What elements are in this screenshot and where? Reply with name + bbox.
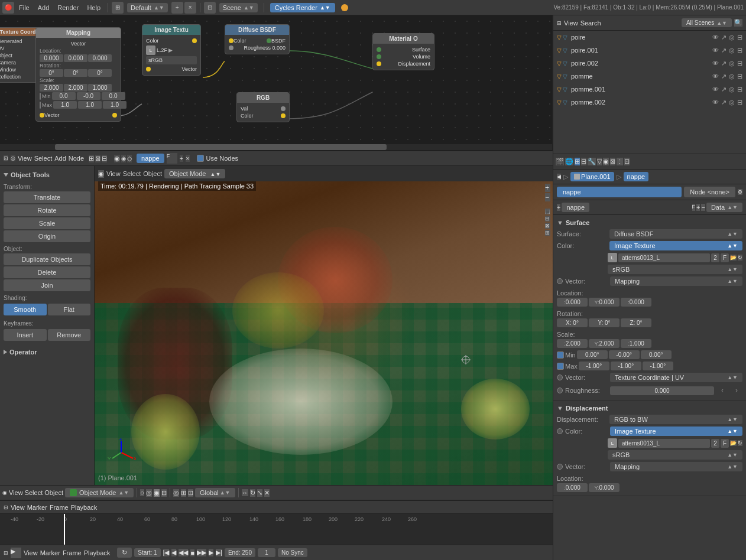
pomme001-render-icon[interactable]: ◎ bbox=[729, 86, 735, 93]
min-x-input[interactable]: 0.00° bbox=[577, 350, 608, 359]
pb-step-fwd[interactable]: ▶ bbox=[209, 549, 213, 556]
max-x-input[interactable]: -1.00° bbox=[579, 362, 609, 370]
pb-icon[interactable]: ⊟ bbox=[4, 550, 8, 556]
vp-mode-selector[interactable]: Object Mode ▲▼ bbox=[65, 488, 134, 497]
props-texture-icon[interactable]: ⊠ bbox=[610, 158, 615, 165]
poire001-render-icon[interactable]: ◎ bbox=[729, 47, 735, 54]
object-tools-title[interactable]: Object Tools bbox=[4, 170, 90, 180]
vp-global-selector[interactable]: Global ▲▼ bbox=[195, 488, 235, 497]
pb-step-back[interactable]: ◀ bbox=[171, 549, 176, 556]
end-frame-input[interactable]: End: 250 bbox=[225, 548, 255, 557]
viewport-header-icon[interactable]: ◉ bbox=[98, 170, 104, 178]
material-output-node[interactable]: Material O Surface Volume Displacement bbox=[372, 33, 434, 70]
props-material-icon[interactable]: ◉ bbox=[603, 158, 609, 165]
poire-cursor-icon[interactable]: ↗ bbox=[721, 34, 726, 41]
poire002-eye-icon[interactable]: 👁 bbox=[712, 60, 719, 67]
disp-vector-dropdown[interactable]: Mapping ▲▼ bbox=[610, 462, 742, 471]
props-add-icon[interactable]: + bbox=[557, 204, 560, 211]
ne-view-icon[interactable]: ⊞ bbox=[89, 155, 94, 162]
vp-proportional-icon[interactable]: ⊡ bbox=[188, 489, 193, 497]
pb-stop[interactable]: ■ bbox=[190, 549, 194, 556]
poire001-cursor-icon[interactable]: ↗ bbox=[721, 47, 726, 54]
pb-play-fwd[interactable]: ▶▶ bbox=[197, 549, 206, 556]
loc-y-input[interactable]: Y:0.000 bbox=[589, 298, 619, 307]
nappe-breadcrumb[interactable]: nappe bbox=[624, 172, 649, 181]
tl-frame-menu[interactable]: Frame bbox=[50, 504, 69, 511]
roughness-prev-icon[interactable]: ‹ bbox=[716, 385, 728, 396]
render-menu[interactable]: Render bbox=[54, 3, 82, 12]
origin-btn[interactable]: Origin bbox=[4, 230, 90, 242]
view-menu[interactable]: View bbox=[106, 170, 121, 177]
props-data-icon[interactable]: ▽ bbox=[597, 158, 602, 165]
rotate-btn[interactable]: Rotate bbox=[4, 204, 90, 216]
poire002-restrict-icon[interactable]: ⊟ bbox=[737, 60, 742, 67]
disp-colorspace-dropdown[interactable]: sRGB ▲▼ bbox=[608, 450, 742, 460]
delete-btn[interactable]: Delete bbox=[4, 266, 90, 278]
add-menu[interactable]: Add bbox=[34, 3, 53, 12]
disp-file-open-icon[interactable]: 📂 bbox=[730, 440, 737, 446]
smooth-btn[interactable]: Smooth bbox=[4, 304, 47, 315]
vp-select-tool-icon[interactable]: ✕ bbox=[264, 489, 270, 497]
min-z-input[interactable]: 0.00° bbox=[641, 350, 672, 359]
scale-btn[interactable]: Scale bbox=[4, 217, 90, 229]
disp-dropdown[interactable]: RGB to BW ▲▼ bbox=[609, 415, 742, 424]
disp-file-reload-icon[interactable]: ↻ bbox=[738, 440, 742, 446]
pomme002-cursor-icon[interactable]: ↗ bbox=[721, 99, 726, 106]
vector2-dropdown[interactable]: Texture Coordinate | UV ▲▼ bbox=[610, 373, 742, 382]
pb-playback-menu[interactable]: Playback bbox=[84, 549, 111, 556]
props-physics-icon[interactable]: ⊡ bbox=[624, 158, 630, 165]
color-dropdown[interactable]: Image Texture ▲▼ bbox=[609, 241, 742, 250]
pomme-restrict-icon[interactable]: ⊟ bbox=[737, 73, 742, 80]
pb-next-key[interactable]: ▶| bbox=[216, 549, 222, 556]
displacement-section-header[interactable]: ▼ Displacement bbox=[557, 403, 742, 414]
pomme-cursor-icon[interactable]: ↗ bbox=[721, 73, 726, 80]
vp-object-menu[interactable]: Object bbox=[44, 489, 63, 496]
max-z-input[interactable]: -1.00° bbox=[643, 362, 673, 370]
ne-comp-icon[interactable]: ◈ bbox=[121, 155, 126, 162]
props-object-icon[interactable]: ⊞ bbox=[575, 158, 580, 165]
outliner-item-poire001[interactable]: ▽ ▽ poire.001 👁 ↗ ◎ ⊟ bbox=[553, 44, 746, 57]
pomme002-render-icon[interactable]: ◎ bbox=[729, 99, 735, 106]
props-particles-icon[interactable]: ⋮ bbox=[617, 158, 623, 165]
ne-tex-icon[interactable]: ◇ bbox=[127, 155, 132, 162]
surface-dropdown[interactable]: Diffuse BSDF ▲▼ bbox=[609, 229, 742, 239]
outliner-view-btn[interactable]: View bbox=[564, 19, 578, 27]
ne-remove-mat-icon[interactable]: × bbox=[186, 155, 189, 162]
pomme001-cursor-icon[interactable]: ↗ bbox=[721, 86, 726, 93]
data-selector[interactable]: Data ▲▼ bbox=[706, 203, 742, 212]
rgb-curves-node[interactable]: RGB Val Color bbox=[236, 92, 290, 122]
translate-btn[interactable]: Translate bbox=[4, 191, 90, 203]
disp-file-icon[interactable]: L bbox=[608, 438, 617, 448]
file-name-field[interactable]: atterns0013_L bbox=[618, 253, 710, 262]
pb-cursor-icon[interactable]: ↻ bbox=[117, 548, 132, 558]
image-texture-node[interactable]: Image Textu Color L L.2F ▶ sRGB Vector bbox=[142, 24, 201, 76]
pb-prev-key[interactable]: |◀ bbox=[163, 549, 170, 556]
poire-eye-icon[interactable]: 👁 bbox=[712, 34, 719, 41]
view-top-icon[interactable]: ⊟ bbox=[545, 216, 550, 222]
vp-select-menu[interactable]: Select bbox=[25, 489, 43, 496]
pomme002-eye-icon[interactable]: 👁 bbox=[712, 99, 719, 106]
file-f-btn[interactable]: F bbox=[721, 253, 729, 262]
roughness-input[interactable]: 0.000 bbox=[610, 386, 714, 395]
vp-snap-icon[interactable]: ⊞ bbox=[181, 489, 186, 497]
add-workspace-icon[interactable]: + bbox=[171, 2, 183, 14]
disp-color-dropdown[interactable]: Image Texture ▲▼ bbox=[610, 426, 742, 436]
colorspace-dropdown[interactable]: sRGB ▲▼ bbox=[608, 265, 742, 274]
props-f-btn[interactable]: F bbox=[692, 204, 696, 211]
select-menu-vp[interactable]: Select bbox=[123, 170, 141, 177]
props-world-icon[interactable]: 🌐 bbox=[565, 158, 573, 165]
object-menu[interactable]: Object bbox=[143, 170, 162, 177]
pomme002-restrict-icon[interactable]: ⊟ bbox=[737, 99, 742, 106]
viewport-3d[interactable]: ◉ View Select Object Object Mode ▲▼ bbox=[95, 166, 553, 485]
surface-section-header[interactable]: ▼ Surface bbox=[557, 217, 742, 228]
min-checkbox[interactable] bbox=[557, 351, 564, 359]
vp-shading-render[interactable]: ◉ bbox=[154, 489, 160, 497]
current-frame-input[interactable]: 1 bbox=[258, 548, 275, 557]
scale-y-input[interactable]: Y:2.000 bbox=[589, 339, 619, 348]
poire002-cursor-icon[interactable]: ↗ bbox=[721, 60, 726, 67]
use-nodes-checkbox[interactable] bbox=[197, 155, 204, 162]
nappe-material-tab[interactable]: nappe bbox=[562, 203, 589, 212]
loc-x-input[interactable]: :0.000 bbox=[557, 298, 588, 307]
ne-shader-icon[interactable]: ◉ bbox=[114, 155, 120, 162]
pb-frame-menu[interactable]: Frame bbox=[63, 549, 82, 556]
